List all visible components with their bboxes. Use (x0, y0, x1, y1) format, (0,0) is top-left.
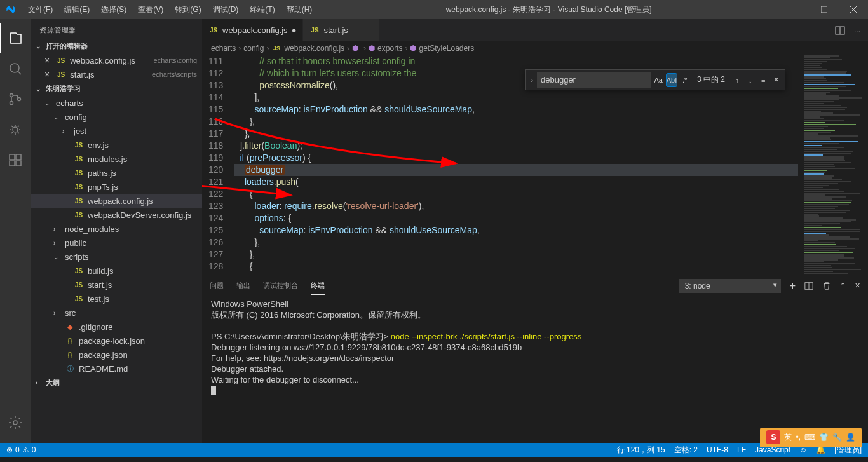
menu-item[interactable]: 调试(D) (208, 2, 244, 18)
settings-icon[interactable] (0, 407, 31, 438)
close-button[interactable] (839, 0, 868, 19)
titlebar: 文件(F)编辑(E)选择(S)查看(V)转到(G)调试(D)终端(T)帮助(H)… (0, 0, 868, 19)
match-case-icon[interactable]: Aa (653, 73, 665, 87)
feedback-icon[interactable]: ☺ (799, 445, 807, 454)
maximize-panel-icon[interactable]: ⌃ (840, 282, 846, 290)
breadcrumb-item[interactable]: ⬢ exports (369, 44, 402, 53)
workspace-header[interactable]: ⌄朱明浩学习 (31, 81, 202, 96)
tree-item[interactable]: {}package.json (31, 348, 202, 362)
tree-item[interactable]: JSpaths.js (31, 166, 202, 180)
editor-tab[interactable]: JSstart.js (303, 19, 379, 41)
problems-status[interactable]: ⊗0 ⚠0 (6, 445, 36, 454)
app-icon (5, 4, 17, 15)
breadcrumb-item[interactable]: ⬢ getStyleLoaders (410, 44, 474, 53)
statusbar: ⊗0 ⚠0 行 120，列 15 空格: 2 UTF-8 LF JavaScri… (0, 443, 868, 457)
svg-rect-9 (10, 161, 15, 166)
menu-bar: 文件(F)编辑(E)选择(S)查看(V)转到(G)调试(D)终端(T)帮助(H) (23, 2, 317, 18)
find-expand-icon[interactable]: › (528, 76, 536, 85)
more-icon[interactable]: ··· (854, 26, 860, 35)
tree-item[interactable]: JSenv.js (31, 138, 202, 152)
breadcrumb-item[interactable]: ⬢ (352, 44, 361, 53)
panel-tab[interactable]: 问题 (210, 277, 224, 295)
find-close-icon[interactable]: ✕ (771, 73, 783, 87)
minimap[interactable] (798, 55, 868, 275)
find-selection-icon[interactable]: ≡ (757, 73, 770, 87)
ime-skin-icon[interactable]: 👕 (819, 433, 829, 442)
svg-rect-0 (792, 10, 798, 10)
ime-tool-icon[interactable]: 🔧 (832, 433, 842, 442)
find-prev-icon[interactable]: ↑ (731, 73, 743, 87)
minimize-button[interactable] (780, 0, 810, 19)
search-icon[interactable] (0, 53, 31, 84)
tree-item[interactable]: {}package-lock.json (31, 334, 202, 348)
tree-item[interactable]: JSwebpackDevServer.config.js (31, 208, 202, 222)
tree-item[interactable]: ›node_modules (31, 222, 202, 236)
regex-icon[interactable]: .* (679, 73, 691, 87)
menu-item[interactable]: 选择(S) (96, 2, 132, 18)
new-terminal-icon[interactable]: + (790, 280, 796, 292)
find-next-icon[interactable]: ↓ (744, 73, 756, 87)
tree-item[interactable]: ⌄scripts (31, 250, 202, 264)
terminal-output[interactable]: Windows PowerShell 版权所有 (C) 2016 Microso… (202, 296, 868, 443)
encoding-status[interactable]: UTF-8 (707, 445, 728, 454)
sidebar-title: 资源管理器 (31, 19, 202, 39)
tree-item[interactable]: ⌄config (31, 110, 202, 124)
split-editor-icon[interactable] (835, 25, 845, 36)
ime-punct-icon[interactable]: •, (796, 433, 801, 442)
split-terminal-icon[interactable] (804, 282, 813, 290)
debug-icon[interactable] (0, 114, 31, 145)
outline-header[interactable]: ›大纲 (31, 376, 202, 390)
window-title: webpack.config.js - 朱明浩学习 - Visual Studi… (317, 4, 780, 15)
menu-item[interactable]: 帮助(H) (281, 2, 318, 18)
tree-item[interactable]: JSstart.js (31, 278, 202, 292)
open-editor-item[interactable]: ×JSstart.jsecharts\scripts (31, 67, 202, 81)
tree-item[interactable]: JSmodules.js (31, 152, 202, 166)
ime-keyboard-icon[interactable]: ⌨ (804, 433, 815, 442)
kill-terminal-icon[interactable] (822, 282, 831, 290)
panel-tab[interactable]: 终端 (311, 277, 325, 295)
source-control-icon[interactable] (0, 84, 31, 114)
breadcrumb-item[interactable]: config (243, 44, 264, 53)
tree-item[interactable]: JStest.js (31, 292, 202, 306)
maximize-button[interactable] (810, 0, 839, 19)
tree-item[interactable]: ◆.gitignore (31, 320, 202, 334)
indentation-status[interactable]: 空格: 2 (674, 445, 698, 456)
tree-item[interactable]: JSbuild.js (31, 264, 202, 278)
panel-tab[interactable]: 调试控制台 (263, 277, 298, 295)
extensions-icon[interactable] (0, 145, 31, 175)
ime-lang[interactable]: 英 (784, 432, 792, 443)
tree-item[interactable]: ›jest (31, 124, 202, 138)
editor-tabs: JSwebpack.config.js●JSstart.js ··· (202, 19, 868, 41)
terminal-panel: 问题输出调试控制台终端 3: node + ⌃ ✕ Windows PowerS… (202, 275, 868, 443)
tree-item[interactable]: ⌄echarts (31, 96, 202, 110)
tree-item[interactable]: ›public (31, 236, 202, 250)
breadcrumb-item[interactable]: JS webpack.config.js (271, 44, 344, 53)
ime-user-icon[interactable]: 👤 (846, 433, 855, 442)
terminal-selector[interactable]: 3: node (679, 279, 781, 293)
panel-tab[interactable]: 输出 (236, 277, 250, 295)
tree-item[interactable]: JSwebpack.config.js (31, 194, 202, 208)
tree-item[interactable]: ⓘREADME.md (31, 362, 202, 376)
code-editor[interactable]: 111 112 113 114 115 116 117 118 119 120 … (202, 55, 868, 275)
breadcrumb-item[interactable]: echarts (211, 44, 236, 53)
menu-item[interactable]: 转到(G) (170, 2, 206, 18)
editor-tab[interactable]: JSwebpack.config.js● (202, 19, 303, 41)
find-input[interactable] (537, 72, 651, 88)
eol-status[interactable]: LF (737, 445, 746, 454)
breadcrumb: echarts› config›JS webpack.config.js›⬢ ›… (202, 41, 868, 55)
language-status[interactable]: JavaScript (755, 445, 790, 454)
open-editors-header[interactable]: ⌄打开的编辑器 (31, 39, 202, 53)
cursor-position[interactable]: 行 120，列 15 (617, 445, 665, 456)
whole-word-icon[interactable]: AbI (666, 73, 678, 87)
menu-item[interactable]: 终端(T) (245, 2, 280, 18)
tree-item[interactable]: JSpnpTs.js (31, 180, 202, 194)
tree-item[interactable]: ›src (31, 306, 202, 320)
explorer-icon[interactable] (0, 23, 31, 53)
open-editor-item[interactable]: ×JSwebpack.config.jsecharts\config (31, 53, 202, 67)
notifications-icon[interactable]: 🔔 (816, 445, 825, 454)
menu-item[interactable]: 查看(V) (133, 2, 168, 18)
menu-item[interactable]: 编辑(E) (59, 2, 95, 18)
menu-item[interactable]: 文件(F) (23, 2, 58, 18)
ime-toolbar[interactable]: S 英 •, ⌨ 👕 🔧 👤 (760, 428, 862, 447)
close-panel-icon[interactable]: ✕ (855, 282, 860, 290)
